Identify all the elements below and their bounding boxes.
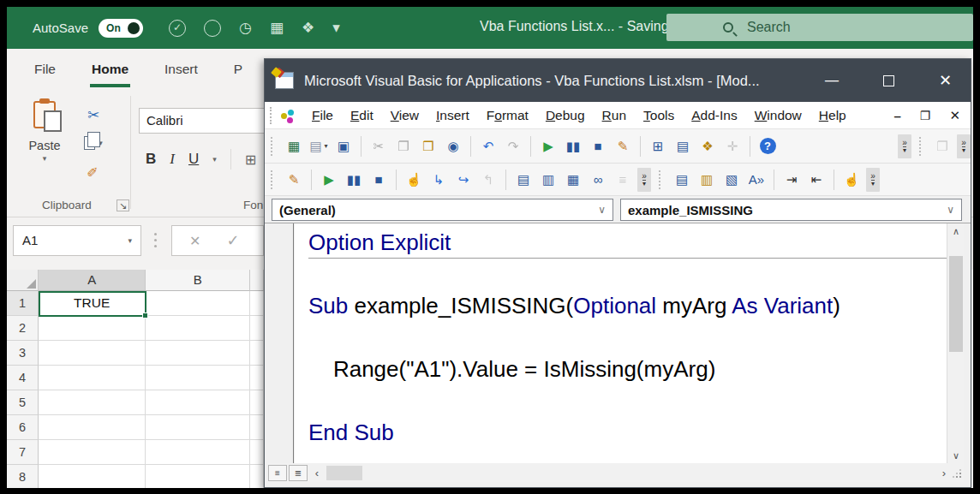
complete-word-icon[interactable]: A»: [746, 169, 767, 190]
cell-a4[interactable]: [39, 366, 146, 390]
cell-b6[interactable]: [146, 415, 250, 440]
cut-button[interactable]: ✂: [79, 104, 108, 125]
select-all-corner[interactable]: [7, 270, 39, 291]
workbook-icon[interactable]: ❖: [302, 20, 314, 37]
italic-button[interactable]: I: [170, 151, 175, 168]
cell-b7[interactable]: [146, 440, 250, 465]
object-browser-icon[interactable]: ❖: [697, 135, 718, 157]
row-header-1[interactable]: 1: [7, 291, 39, 316]
row-header-3[interactable]: 3: [7, 341, 39, 366]
find-icon[interactable]: ◉: [443, 135, 463, 157]
tab-home[interactable]: Home: [90, 62, 130, 87]
menu-add-ins[interactable]: Add-Ins: [683, 104, 745, 127]
paste-icon[interactable]: ❒: [418, 135, 439, 157]
object-dropdown[interactable]: (General) ∨: [272, 199, 613, 221]
cell-partial[interactable]: [250, 415, 264, 440]
format-painter-button[interactable]: ✎: [79, 161, 108, 182]
outdent-icon[interactable]: ⇤: [806, 169, 827, 190]
row-header-6[interactable]: 6: [7, 415, 39, 440]
project-explorer-icon[interactable]: ⊞: [648, 135, 668, 157]
design-mode-icon[interactable]: ✎: [284, 169, 304, 190]
menu-view[interactable]: View: [382, 104, 427, 127]
chevron-down-icon[interactable]: ∨: [947, 204, 954, 216]
quick-watch-icon[interactable]: ∞: [588, 169, 608, 190]
cell-a8[interactable]: [39, 465, 146, 488]
cell-partial[interactable]: [250, 366, 264, 390]
vertical-scrollbar[interactable]: ∧ ∨: [947, 223, 964, 463]
menu-format[interactable]: Format: [478, 104, 537, 127]
mdi-minimize-button[interactable]: –: [894, 109, 901, 123]
qat-chevron-icon[interactable]: ▾: [332, 20, 340, 37]
search-input[interactable]: [747, 20, 901, 35]
insert-userform-icon[interactable]: ▤▾: [308, 135, 329, 157]
vertical-scrollbar-thumb[interactable]: [949, 256, 963, 352]
menu-insert[interactable]: Insert: [427, 104, 478, 127]
cell-a1[interactable]: TRUE: [39, 291, 146, 316]
chevron-down-icon[interactable]: ∨: [598, 204, 606, 216]
locals-window-icon[interactable]: ▤: [513, 169, 534, 190]
code-editor[interactable]: Option Explicit Sub example_ISMISSING(Op…: [295, 223, 947, 463]
list-constants-icon[interactable]: ▥: [696, 169, 717, 190]
tab-insert[interactable]: Insert: [163, 62, 200, 87]
row-header-4[interactable]: 4: [7, 366, 39, 390]
view-excel-icon[interactable]: ▦: [284, 135, 304, 157]
toolbar-grip[interactable]: [271, 137, 276, 156]
menubar-grip[interactable]: [270, 107, 275, 124]
call-stack-icon[interactable]: ≡: [612, 169, 633, 190]
formula-cancel-icon[interactable]: ✕: [189, 233, 200, 249]
properties-window-icon[interactable]: ▤: [672, 135, 693, 157]
code-margin-indicator-bar[interactable]: [268, 223, 294, 463]
menu-debug[interactable]: Debug: [537, 104, 594, 127]
cell-a3[interactable]: [39, 341, 146, 366]
clock-icon[interactable]: ◷: [239, 20, 252, 37]
minimize-button[interactable]: —: [825, 73, 839, 88]
toolbox-icon[interactable]: ✛: [722, 135, 743, 157]
break-icon[interactable]: ▮▮: [344, 169, 364, 190]
undo-icon[interactable]: ↶: [478, 135, 499, 157]
cut-icon[interactable]: ✂: [368, 135, 389, 157]
toolbar-options-button[interactable]: [898, 134, 911, 158]
cell-a6[interactable]: [39, 415, 146, 440]
help-icon[interactable]: ?: [757, 135, 778, 157]
formula-enter-icon[interactable]: ✓: [226, 231, 239, 250]
design-mode-icon[interactable]: ✎: [612, 135, 633, 157]
borders-button[interactable]: ⊞: [245, 152, 256, 168]
paste-button[interactable]: Paste ▾: [17, 101, 72, 163]
cell-partial[interactable]: [250, 341, 264, 366]
tab-file[interactable]: File: [33, 62, 57, 87]
cell-b1[interactable]: [146, 291, 250, 316]
scroll-left-icon[interactable]: ‹: [309, 465, 325, 481]
cell-partial[interactable]: [250, 316, 264, 341]
check-circle-icon[interactable]: ✓: [169, 20, 186, 37]
menu-window[interactable]: Window: [746, 104, 810, 127]
scroll-right-icon[interactable]: ›: [936, 465, 952, 481]
cell-a5[interactable]: [39, 390, 146, 415]
redo-icon[interactable]: ↷: [503, 135, 523, 157]
menu-tools[interactable]: Tools: [635, 104, 683, 127]
list-properties-icon[interactable]: ▤: [672, 169, 692, 190]
name-box-chevron-icon[interactable]: ▾: [128, 226, 132, 255]
cell-a2[interactable]: [39, 316, 146, 341]
mdi-restore-button[interactable]: ❐: [920, 109, 931, 122]
copy-button[interactable]: ▾: [79, 133, 108, 153]
column-header-a[interactable]: A: [39, 270, 146, 291]
horizontal-scrollbar[interactable]: [325, 465, 936, 481]
search-box[interactable]: [666, 14, 973, 41]
formula-bar-grip[interactable]: [154, 233, 157, 235]
worksheet-grid[interactable]: AB 1TRUE2345678: [7, 270, 264, 488]
tab-p[interactable]: P: [232, 62, 244, 87]
sheet-window-icon[interactable]: ▦: [270, 20, 284, 37]
row-header-8[interactable]: 8: [7, 465, 39, 488]
paste-chevron-icon[interactable]: ▾: [17, 154, 72, 163]
toolbar-grip[interactable]: [659, 170, 664, 189]
resize-grip[interactable]: [952, 465, 964, 481]
toolbar-options-button[interactable]: [866, 168, 880, 192]
cell-partial[interactable]: [250, 390, 264, 415]
mdi-close-button[interactable]: ✕: [949, 108, 960, 123]
step-over-icon[interactable]: ↪: [453, 169, 474, 190]
cell-partial[interactable]: [250, 465, 264, 488]
bold-button[interactable]: B: [146, 151, 156, 168]
menu-run[interactable]: Run: [594, 104, 635, 127]
reset-icon[interactable]: ■: [368, 169, 389, 190]
menu-help[interactable]: Help: [810, 104, 855, 127]
